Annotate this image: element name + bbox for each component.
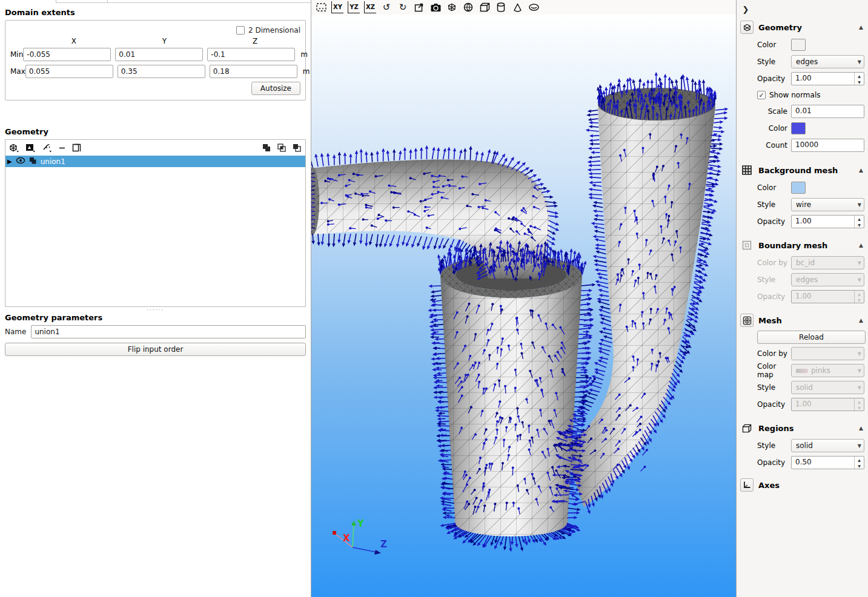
show-sphere-icon[interactable] [462, 1, 474, 13]
rotate-ccw-icon[interactable]: ↺ [380, 1, 393, 13]
collapse-arrow-icon[interactable]: ▲ [859, 317, 866, 323]
union-item-icon [29, 157, 37, 166]
visibility-eye-icon[interactable] [16, 157, 25, 166]
normals-scale-input[interactable]: 0.01 [791, 105, 864, 118]
geometry-title: Geometry [5, 127, 306, 136]
collapse-arrow-icon[interactable]: ▲ [859, 24, 866, 30]
screenshot-camera-icon[interactable] [429, 1, 442, 13]
show-box-icon[interactable] [479, 1, 491, 13]
axis-y-label: Y [357, 518, 365, 529]
regions-style-dropdown[interactable]: solid▼ [791, 439, 864, 452]
background-mesh-style-dropdown[interactable]: wire▼ [791, 198, 864, 211]
color-label: Color [740, 183, 791, 192]
view-yz-button[interactable]: YZ [348, 1, 360, 13]
show-disc-icon[interactable] [528, 1, 540, 13]
axis-x-label: X [343, 533, 350, 544]
axes-section-title: Axes [758, 481, 866, 490]
style-label: Style [740, 275, 791, 284]
boolean-intersect-icon[interactable] [277, 143, 287, 152]
geometry-parameters-title: Geometry parameters [5, 313, 306, 322]
rotate-cw-icon[interactable]: ↻ [397, 1, 409, 13]
background-mesh-opacity-spinbox[interactable]: 1.00▲▼ [791, 215, 864, 228]
max-y-input[interactable] [118, 65, 205, 78]
background-mesh-visibility-toggle[interactable] [740, 163, 754, 177]
regions-visibility-toggle[interactable] [740, 421, 754, 435]
style-label: Style [740, 441, 791, 450]
reload-button[interactable]: Reload [757, 331, 866, 344]
normals-count-input[interactable]: 10000 [791, 139, 864, 152]
max-unit-label: m [303, 67, 310, 76]
splitter-handle[interactable]: ······ [5, 307, 306, 313]
min-x-input[interactable] [23, 48, 111, 61]
opacity-label: Opacity [740, 217, 791, 226]
mesh-opacity-spinbox: 1.00▲▼ [791, 398, 864, 411]
view-xy-button[interactable]: XY [331, 1, 343, 13]
min-y-input[interactable] [115, 48, 203, 61]
expand-caret-icon[interactable]: ▶ [7, 158, 12, 165]
boolean-union-icon[interactable] [262, 143, 271, 152]
duplicate-icon[interactable] [72, 143, 81, 153]
geometry-visibility-toggle[interactable] [740, 21, 754, 34]
view-xz-button[interactable]: XZ [364, 1, 376, 13]
geometry-style-dropdown[interactable]: edges▼ [791, 55, 864, 68]
fit-view-icon[interactable] [315, 1, 327, 13]
autosize-button[interactable]: Autosize [251, 82, 300, 95]
mesh-color-by-dropdown: ▼ [791, 347, 864, 360]
name-input[interactable] [31, 325, 306, 338]
boundary-mesh-section-title: Boundary mesh [758, 241, 854, 250]
style-label: Style [740, 58, 791, 66]
app-window: Domain extents 2 Dimensional X Y Z Min m [0, 0, 868, 597]
column-header-y: Y [119, 37, 210, 45]
show-cone-icon[interactable] [511, 1, 523, 13]
show-normals-checkbox[interactable] [757, 91, 766, 99]
flip-input-order-button[interactable]: Flip input order [5, 343, 306, 356]
two-dimensional-checkbox[interactable] [236, 26, 245, 35]
color-by-label: Color by [740, 349, 791, 358]
tab-separator [107, 0, 108, 3]
min-unit-label: m [300, 50, 308, 59]
left-panel: Domain extents 2 Dimensional X Y Z Min m [0, 0, 311, 597]
show-normals-label: Show normals [769, 91, 821, 99]
boolean-subtract-icon[interactable] [293, 143, 302, 152]
show-geometry-icon[interactable] [446, 1, 458, 13]
regions-opacity-spinbox[interactable]: 0.50▲▼ [791, 456, 864, 469]
render-canvas[interactable]: Y Z X [311, 15, 736, 597]
boundary-mesh-opacity-spinbox: 1.00▲▼ [791, 290, 864, 303]
geometry-color-swatch[interactable] [791, 39, 806, 51]
collapse-arrow-icon[interactable]: ▲ [859, 425, 866, 431]
viewport: XY YZ XZ ↺ ↻ [311, 0, 736, 597]
auto-generate-icon[interactable] [42, 143, 52, 153]
geometry-opacity-spinbox[interactable]: 1.00▲▼ [791, 72, 864, 85]
collapse-arrow-icon[interactable]: ▲ [859, 167, 866, 173]
viewport-toolbar: XY YZ XZ ↺ ↻ [311, 0, 736, 15]
scene-3d: Y Z X [311, 15, 736, 597]
collapse-arrow-icon[interactable]: ▲ [859, 242, 866, 248]
geometry-tree: ▶ union1 [5, 156, 305, 306]
column-header-x: X [28, 37, 119, 45]
right-panel: ❯ Geometry ▲ Color Style edges▼ Opacity … [736, 0, 868, 597]
style-label: Style [740, 383, 791, 392]
mesh-section-title: Mesh [758, 316, 854, 325]
boundary-mesh-visibility-toggle[interactable] [740, 239, 754, 252]
regions-section-title: Regions [758, 424, 854, 433]
max-x-input[interactable] [25, 65, 113, 78]
import-geometry-icon[interactable] [25, 143, 36, 153]
tree-row-union1[interactable]: ▶ union1 [5, 156, 305, 167]
min-z-input[interactable] [207, 48, 295, 61]
add-primitive-icon[interactable] [9, 143, 19, 153]
background-mesh-section-title: Background mesh [758, 166, 854, 175]
mesh-visibility-toggle[interactable] [740, 314, 754, 327]
max-z-input[interactable] [210, 65, 297, 78]
domain-extents-group: 2 Dimensional X Y Z Min m Max [5, 20, 306, 101]
max-label: Max [10, 67, 25, 76]
color-map-label: Color map [740, 362, 791, 379]
reset-camera-icon[interactable] [413, 1, 425, 13]
background-mesh-color-swatch[interactable] [791, 182, 806, 194]
remove-item-icon[interactable] [58, 144, 66, 152]
normals-color-swatch[interactable] [791, 122, 806, 134]
axes-visibility-toggle[interactable] [740, 478, 754, 492]
opacity-label: Opacity [740, 458, 791, 467]
axes-triad: Y Z X [333, 518, 387, 555]
panel-collapse-button[interactable]: ❯ [740, 4, 751, 15]
show-cylinder-icon[interactable] [495, 1, 507, 13]
